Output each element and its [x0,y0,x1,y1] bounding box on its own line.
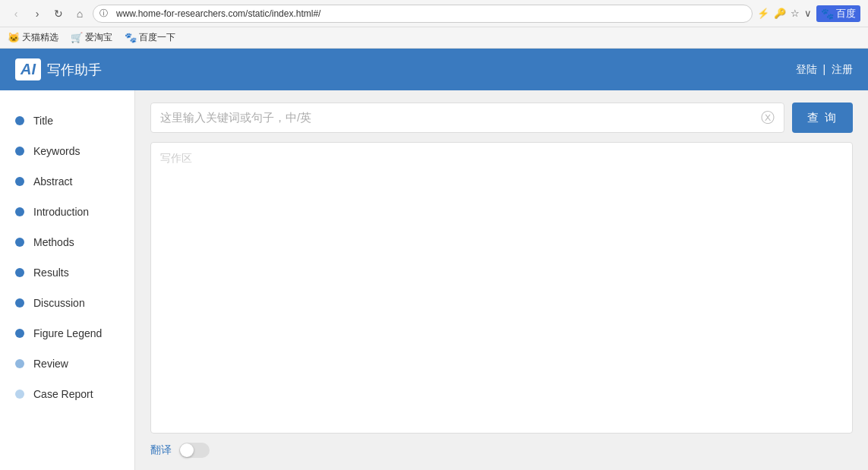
sidebar-item-methods[interactable]: Methods [0,227,134,257]
key-icon: 🔑 [774,8,786,19]
login-link[interactable]: 登陆 [796,63,817,75]
discussion-label: Discussion [33,297,85,309]
search-clear-button[interactable]: ⓧ [761,109,775,127]
case-report-dot [15,390,24,399]
figure-legend-dot [15,329,24,338]
bookmark-taobao[interactable]: 🛒 爱淘宝 [71,31,112,44]
search-placeholder: 这里输入关键词或句子，中/英 [160,111,311,125]
baidu-label: 百度 [836,7,856,21]
search-container[interactable]: 这里输入关键词或句子，中/英 ⓧ [150,103,784,133]
figure-legend-label: Figure Legend [33,327,102,339]
logo-text: 写作助手 [47,61,102,79]
sidebar: Title Keywords Abstract Introduction Met… [0,90,135,470]
forward-button[interactable]: › [29,5,46,22]
address-bar[interactable]: ⓘ www.home-for-researchers.com/static/in… [93,5,753,23]
logo-ai-badge: AI [15,58,41,80]
tianhong-icon: 🐱 [8,32,20,43]
abstract-label: Abstract [33,175,72,188]
header-auth: 登陆 | 注册 [796,63,853,77]
browser-toolbar: ‹ › ↻ ⌂ ⓘ www.home-for-researchers.com/s… [0,0,868,27]
lightning-icon: ⚡ [757,8,769,19]
auth-divider: | [822,63,825,75]
keywords-dot [15,147,24,156]
introduction-dot [15,207,24,216]
bookmark-baidu[interactable]: 🐾 百度一下 [125,31,175,44]
writing-area[interactable]: 写作区 [150,142,853,434]
app-header: AI 写作助手 登陆 | 注册 [0,49,868,90]
taobao-icon: 🛒 [71,32,83,43]
translation-row: 翻译 [150,443,853,458]
bookmark-tianhong[interactable]: 🐱 天猫精选 [8,31,58,44]
browser-actions: ⚡ 🔑 ☆ ∨ 🐾 百度 [757,5,860,22]
sidebar-item-title[interactable]: Title [0,106,134,136]
sidebar-item-case-report[interactable]: Case Report [0,379,134,409]
sidebar-item-abstract[interactable]: Abstract [0,166,134,197]
results-label: Results [33,267,69,279]
methods-label: Methods [33,236,74,248]
tianhong-label: 天猫精选 [22,31,58,44]
writing-placeholder: 写作区 [160,152,192,166]
taobao-label: 爱淘宝 [85,31,112,44]
baidu-paw-icon: 🐾 [821,8,834,20]
sidebar-item-discussion[interactable]: Discussion [0,288,134,318]
results-dot [15,268,24,277]
app-logo: AI 写作助手 [15,58,102,80]
title-label: Title [33,115,53,127]
title-dot [15,116,24,125]
home-button[interactable]: ⌂ [71,5,88,22]
search-button[interactable]: 查 询 [792,103,853,133]
baidu-bookmark-icon: 🐾 [125,32,137,43]
lock-icon: ⓘ [99,8,108,19]
introduction-label: Introduction [33,206,89,218]
keywords-label: Keywords [33,145,80,157]
translation-toggle[interactable] [179,443,210,458]
methods-dot [15,238,24,247]
star-icon[interactable]: ☆ [791,8,800,19]
baidu-button[interactable]: 🐾 百度 [816,5,860,22]
chevron-icon: ∨ [804,8,812,19]
review-dot [15,359,24,368]
content-area: 这里输入关键词或句子，中/英 ⓧ 查 询 写作区 翻译 [135,90,868,470]
search-row: 这里输入关键词或句子，中/英 ⓧ 查 询 [150,103,853,133]
abstract-dot [15,177,24,186]
discussion-dot [15,298,24,308]
register-link[interactable]: 注册 [832,63,853,75]
bookmarks-bar: 🐱 天猫精选 🛒 爱淘宝 🐾 百度一下 [0,27,868,49]
back-button[interactable]: ‹ [8,5,24,22]
sidebar-item-introduction[interactable]: Introduction [0,197,134,227]
main-layout: Title Keywords Abstract Introduction Met… [0,90,868,470]
baidu-bookmark-label: 百度一下 [139,31,175,44]
review-label: Review [33,358,68,370]
sidebar-item-keywords[interactable]: Keywords [0,136,134,166]
sidebar-item-figure-legend[interactable]: Figure Legend [0,318,134,349]
sidebar-item-results[interactable]: Results [0,257,134,288]
address-text: www.home-for-researchers.com/static/inde… [116,8,320,19]
case-report-label: Case Report [33,388,93,400]
translation-label: 翻译 [150,443,172,457]
refresh-button[interactable]: ↻ [50,5,67,22]
toggle-knob [180,443,194,457]
sidebar-item-review[interactable]: Review [0,349,134,379]
